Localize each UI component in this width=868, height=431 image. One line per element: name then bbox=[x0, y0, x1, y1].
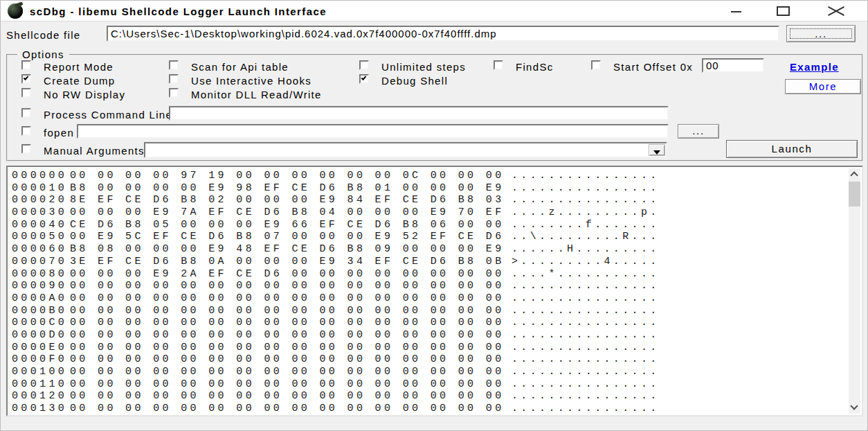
checkbox-fopen[interactable] bbox=[21, 126, 31, 136]
checkbox-manual-arguments-label: Manual Arguments bbox=[44, 145, 145, 157]
hex-offset: 0000C0 bbox=[12, 317, 67, 328]
hex-dump-panel[interactable]: 00000000 00 00 00 97 19 00 00 00 00 00 0… bbox=[6, 166, 863, 416]
start-offset-input[interactable] bbox=[702, 58, 764, 73]
checkbox-unlimited-steps[interactable] bbox=[359, 60, 369, 70]
options-group-title: Options bbox=[17, 49, 69, 60]
hex-ascii: ................ bbox=[512, 366, 660, 378]
hex-row: 0000D000 00 00 00 00 00 00 00 00 00 00 0… bbox=[8, 329, 848, 342]
hex-offset: 000020 bbox=[12, 194, 67, 206]
chevron-down-icon[interactable] bbox=[649, 144, 665, 156]
fopen-browse-button[interactable]: ... bbox=[678, 124, 719, 139]
hex-row: 00013000 00 00 00 00 00 00 00 00 00 00 0… bbox=[8, 403, 848, 415]
hex-row: 00005000 E9 5C EF CE D6 B8 07 00 00 00 E… bbox=[8, 231, 848, 243]
hex-offset: 000050 bbox=[12, 231, 67, 243]
checkbox-monitor-dll-label: Monitor DLL Read/Write bbox=[191, 89, 322, 100]
hex-row: 0000703E EF CE D6 B8 0A 00 00 00 E9 34 E… bbox=[8, 256, 848, 268]
scroll-down-button[interactable] bbox=[849, 402, 860, 414]
shellcode-file-input[interactable] bbox=[107, 26, 779, 42]
hex-bytes: 00 00 00 00 00 00 00 00 00 00 00 00 00 0… bbox=[70, 280, 505, 292]
checkbox-monitor-dll[interactable] bbox=[169, 88, 179, 98]
check-icon bbox=[361, 75, 367, 80]
launch-button[interactable]: Launch bbox=[726, 140, 858, 158]
minimize-button[interactable] bbox=[720, 1, 752, 21]
hex-bytes: CE D6 B8 05 00 00 00 E9 66 EF CE D6 B8 0… bbox=[70, 219, 505, 231]
checkbox-findsc-label: FindSc bbox=[516, 61, 554, 73]
hex-row: 0000F000 00 00 00 00 00 00 00 00 00 00 0… bbox=[8, 353, 848, 366]
hex-ascii: ..\.........R... bbox=[512, 231, 660, 243]
checkbox-process-command-line[interactable] bbox=[21, 108, 31, 118]
hex-offset: 000000 bbox=[12, 170, 67, 182]
checkbox-no-rw-display-label: No RW Display bbox=[44, 89, 125, 100]
checkbox-report-mode[interactable] bbox=[21, 60, 31, 70]
hex-ascii: ................ bbox=[512, 170, 660, 182]
maximize-button[interactable] bbox=[767, 1, 799, 21]
hex-ascii: ................ bbox=[512, 305, 660, 317]
checkbox-create-dump[interactable] bbox=[21, 74, 31, 84]
hex-bytes: 00 00 00 00 00 00 00 00 00 00 00 00 00 0… bbox=[70, 342, 505, 353]
hex-offset: 000010 bbox=[12, 182, 67, 194]
title-bar: scDbg - libemu Shellcode Logger Launch I… bbox=[1, 1, 867, 21]
hex-bytes: 00 00 00 00 00 00 00 00 00 00 00 00 00 0… bbox=[70, 292, 505, 304]
hex-bytes: 3E EF CE D6 B8 0A 00 00 00 E9 34 EF CE D… bbox=[70, 256, 505, 267]
checkbox-interactive-hooks[interactable] bbox=[169, 74, 179, 84]
checkbox-start-offset-label: Start Offset 0x bbox=[613, 61, 693, 73]
check-icon bbox=[24, 75, 29, 80]
hex-bytes: 00 00 00 00 00 00 00 00 00 00 00 00 00 0… bbox=[70, 366, 505, 378]
hex-ascii: ....*........... bbox=[512, 268, 660, 280]
hex-row: 00010000 00 00 00 00 00 00 00 00 00 00 0… bbox=[8, 366, 848, 378]
vertical-scrollbar[interactable] bbox=[849, 168, 860, 414]
hex-offset: 000090 bbox=[12, 280, 67, 292]
checkbox-scan-api-table-label: Scan for Api table bbox=[191, 61, 289, 73]
hex-offset: 0000D0 bbox=[12, 329, 67, 341]
hex-bytes: 00 00 00 E9 2A EF CE D6 00 00 00 00 00 0… bbox=[70, 268, 505, 280]
hex-offset: 000080 bbox=[12, 268, 67, 280]
hex-bytes: B8 08 00 00 00 E9 48 EF CE D6 B8 09 00 0… bbox=[70, 243, 505, 255]
hex-ascii: ......H......... bbox=[512, 243, 660, 255]
checkbox-findsc[interactable] bbox=[494, 60, 503, 70]
hex-ascii: ................ bbox=[512, 182, 660, 194]
hex-bytes: 00 00 00 00 97 19 00 00 00 00 00 00 0C 0… bbox=[70, 170, 505, 182]
hex-bytes: B8 00 00 00 00 E9 98 EF CE D6 B8 01 00 0… bbox=[70, 182, 505, 194]
hex-row: 00009000 00 00 00 00 00 00 00 00 00 00 0… bbox=[8, 280, 848, 292]
checkbox-debug-shell[interactable] bbox=[359, 74, 369, 84]
checkbox-no-rw-display[interactable] bbox=[21, 88, 31, 98]
browse-file-button[interactable]: ... bbox=[786, 25, 856, 42]
hex-view: 00000000 00 00 00 97 19 00 00 00 00 00 0… bbox=[8, 170, 848, 415]
checkbox-manual-arguments[interactable] bbox=[21, 144, 31, 154]
checkbox-scan-api-table[interactable] bbox=[169, 60, 179, 70]
hex-row: 00003000 00 00 E9 7A EF CE D6 B8 04 00 0… bbox=[8, 206, 848, 219]
checkbox-unlimited-steps-label: Unlimited steps bbox=[381, 61, 466, 73]
hex-row: 000040CE D6 B8 05 00 00 00 E9 66 EF CE D… bbox=[8, 219, 848, 231]
checkbox-create-dump-label: Create Dump bbox=[44, 75, 116, 87]
hex-offset: 0000F0 bbox=[12, 353, 67, 365]
hex-row: 0000C000 00 00 00 00 00 00 00 00 00 00 0… bbox=[8, 317, 848, 329]
chevron-up-icon bbox=[850, 171, 858, 179]
hex-ascii: ................ bbox=[512, 292, 660, 304]
hex-offset: 000130 bbox=[12, 403, 67, 414]
hex-bytes: 00 00 00 00 00 00 00 00 00 00 00 00 00 0… bbox=[70, 403, 505, 414]
scroll-up-button[interactable] bbox=[849, 168, 860, 180]
scrollbar-thumb[interactable] bbox=[849, 182, 860, 206]
manual-arguments-combobox[interactable] bbox=[144, 142, 667, 158]
hex-ascii: ................ bbox=[512, 194, 660, 206]
hex-ascii: ................ bbox=[512, 329, 660, 341]
process-command-line-input[interactable] bbox=[169, 106, 669, 121]
hex-row: 00008000 00 00 E9 2A EF CE D6 00 00 00 0… bbox=[8, 268, 848, 281]
example-link[interactable]: Example bbox=[790, 61, 839, 73]
chevron-down-icon bbox=[850, 402, 858, 410]
hex-row: 0000E000 00 00 00 00 00 00 00 00 00 00 0… bbox=[8, 342, 848, 354]
fopen-input[interactable] bbox=[77, 124, 669, 139]
checkbox-debug-shell-label: Debug Shell bbox=[381, 75, 448, 87]
close-button[interactable] bbox=[820, 1, 852, 21]
checkbox-fopen-label: fopen bbox=[44, 127, 74, 139]
checkbox-start-offset[interactable] bbox=[591, 60, 601, 70]
hex-offset: 000040 bbox=[12, 219, 67, 231]
hex-ascii: >.........4..... bbox=[512, 256, 660, 267]
app-icon[interactable] bbox=[8, 3, 23, 19]
window-title: scDbg - libemu Shellcode Logger Launch I… bbox=[30, 6, 327, 17]
hex-ascii: ........f....... bbox=[512, 219, 660, 231]
hex-ascii: ................ bbox=[512, 378, 660, 390]
more-button[interactable]: More bbox=[785, 79, 861, 94]
scdbg-window: { "window": { "title": "scDbg - libemu S… bbox=[0, 0, 868, 431]
hex-row: 0000208E EF CE D6 B8 02 00 00 00 E9 84 E… bbox=[8, 194, 848, 206]
